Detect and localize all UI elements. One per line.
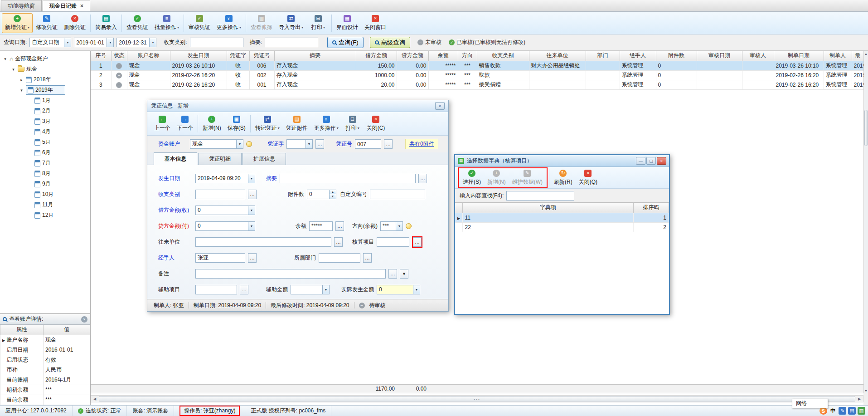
- ellipsis-button[interactable]: …: [363, 253, 372, 263]
- voucher-attachment-button[interactable]: ▤ 凭证附件: [283, 113, 311, 134]
- col-attachments[interactable]: 附件数: [656, 51, 697, 61]
- tree-month-item[interactable]: 5月: [0, 137, 90, 147]
- ellipsis-button[interactable]: …: [384, 139, 393, 149]
- search-button[interactable]: 查询(F): [327, 37, 364, 48]
- step-down-icon[interactable]: ▼: [330, 194, 336, 199]
- col-seq[interactable]: 序号: [91, 51, 111, 61]
- chevron-down-icon[interactable]: ▼: [413, 285, 420, 294]
- dialog-close-button[interactable]: × 关闭(C): [364, 113, 388, 134]
- tree-month-item[interactable]: 8月: [0, 168, 90, 179]
- chevron-down-icon[interactable]: ▼: [322, 285, 329, 294]
- col-voucher-no[interactable]: 凭证号: [249, 51, 274, 61]
- close-icon[interactable]: ×: [435, 102, 445, 110]
- chevron-down-icon[interactable]: ▼: [248, 206, 255, 215]
- ellipsis-button[interactable]: …: [335, 221, 344, 231]
- tree-month-item[interactable]: 4月: [0, 127, 90, 137]
- attachment-count-link[interactable]: 共有0附件: [405, 139, 438, 149]
- remark-input[interactable]: [195, 269, 386, 279]
- col-direction[interactable]: 方向: [458, 51, 477, 61]
- attach-count-stepper[interactable]: 0 ▲▼: [307, 190, 336, 199]
- col-status[interactable]: 状态: [111, 51, 127, 61]
- step-up-icon[interactable]: ▲: [330, 190, 336, 195]
- journal-row[interactable]: 2 – 现金 2019-02-26 16:20 收 002 存入现金 1000.…: [91, 70, 863, 80]
- journal-row[interactable]: 3 – 现金 2019-02-26 16:20 收 001 存入现金 20.00…: [91, 80, 863, 89]
- col-account[interactable]: 账户名称: [127, 51, 170, 61]
- department-input[interactable]: [319, 253, 360, 263]
- balance-input[interactable]: *****: [309, 221, 333, 231]
- keyboard-icon[interactable]: ▤: [848, 407, 856, 415]
- clipboard-icon[interactable]: ▥: [858, 407, 865, 415]
- voucher-dialog-titlebar[interactable]: 凭证信息 - 新增 ×: [147, 100, 448, 112]
- chevron-down-icon[interactable]: ▼: [64, 38, 71, 47]
- dict-col-sort[interactable]: 排序码: [634, 203, 669, 213]
- dictionary-row[interactable]: ▶ 22 2: [455, 222, 669, 232]
- col-modified[interactable]: 最: [852, 51, 863, 61]
- tree-month-item[interactable]: 11月: [0, 200, 90, 210]
- accounting-item-input[interactable]: [377, 237, 409, 247]
- close-icon[interactable]: ×: [80, 3, 83, 9]
- chevron-down-icon[interactable]: ▼: [305, 140, 312, 148]
- ellipsis-button[interactable]: …: [334, 237, 343, 247]
- chevron-down-icon[interactable]: ▼: [107, 38, 113, 47]
- detail-row[interactable]: ▶启用日期 2016-01-01: [0, 345, 90, 355]
- tree-month-item[interactable]: 2月: [0, 106, 90, 116]
- scroll-right-icon[interactable]: ▶: [856, 396, 863, 402]
- detail-row[interactable]: ▶当前余额 ***: [0, 395, 90, 405]
- custom-no-input[interactable]: [370, 190, 425, 199]
- tab-extended-info[interactable]: 扩展信息: [242, 153, 286, 165]
- ellipsis-button[interactable]: …: [388, 269, 397, 279]
- col-credit[interactable]: 贷方金额: [397, 51, 428, 61]
- print-button[interactable]: ⊟ 打印▾: [306, 13, 330, 33]
- close-icon[interactable]: ×: [81, 316, 87, 323]
- prev-button[interactable]: ← 上一个: [151, 113, 174, 134]
- direction-combo[interactable]: ***▼: [380, 221, 403, 231]
- voucher-no-input[interactable]: 007: [355, 139, 381, 149]
- ellipsis-button[interactable]: …: [248, 190, 257, 199]
- pen-icon[interactable]: ✎: [839, 407, 846, 415]
- tree-month-item[interactable]: 12月: [0, 210, 90, 220]
- tree-month-item[interactable]: 10月: [0, 189, 90, 200]
- chevron-down-icon[interactable]: ▼: [248, 222, 255, 230]
- col-handler[interactable]: 经手人: [620, 51, 656, 61]
- col-counterparty[interactable]: 往来单位: [529, 51, 586, 61]
- col-department[interactable]: 部门: [586, 51, 620, 61]
- col-audit-date[interactable]: 审核日期: [697, 51, 742, 61]
- tree-month-item[interactable]: 3月: [0, 116, 90, 127]
- save-button[interactable]: ▣ 保存(S): [224, 113, 249, 134]
- scroll-left-icon[interactable]: ◀: [91, 396, 98, 402]
- view-books-button[interactable]: ▥ 查看账簿: [247, 13, 276, 33]
- col-creator[interactable]: 制单人: [824, 51, 852, 61]
- counterparty-input[interactable]: [195, 237, 331, 247]
- scrollbar-thumb[interactable]: •••: [99, 396, 855, 401]
- tree-month-item[interactable]: 9月: [0, 179, 90, 189]
- scroll-down-icon[interactable]: ▼: [864, 388, 868, 393]
- close-window-button[interactable]: × 关闭窗口: [361, 13, 389, 33]
- detail-row[interactable]: ▶启用状态 有效: [0, 355, 90, 365]
- tree-item-year-2019[interactable]: ▾ 2019年: [0, 85, 90, 95]
- vertical-scrollbar[interactable]: ▲ ▼: [863, 51, 868, 393]
- col-summary[interactable]: 摘要: [274, 51, 356, 61]
- detail-row[interactable]: ▶期初余额 ***: [0, 385, 90, 395]
- dictionary-search-input[interactable]: [506, 191, 574, 201]
- col-auditor[interactable]: 审核人: [742, 51, 774, 61]
- chevron-down-icon[interactable]: ▾: [400, 269, 408, 279]
- scrollbar-thumb[interactable]: [864, 110, 868, 146]
- aux-amount-combo[interactable]: ▼: [291, 285, 330, 294]
- transfer-voucher-button[interactable]: ⇄ 转记凭证▾: [252, 113, 283, 134]
- dialog-new-button[interactable]: + 新增(N): [199, 113, 224, 134]
- dictionary-row[interactable]: ▶ 11 1: [455, 213, 669, 222]
- close-icon[interactable]: ×: [657, 157, 666, 165]
- debit-amount-combo[interactable]: 0▼: [195, 206, 255, 215]
- tab-voucher-detail[interactable]: 凭证明细: [198, 153, 242, 165]
- minimize-icon[interactable]: —: [636, 157, 645, 165]
- more-ops-button[interactable]: » 更多操作▾: [213, 13, 244, 33]
- journal-row[interactable]: 1 – 现金 2019-03-26 10:10 收 006 存入现金 150.0…: [91, 61, 863, 70]
- ellipsis-button[interactable]: …: [418, 174, 427, 183]
- simple-entry-button[interactable]: ▤ 简易录入: [92, 13, 120, 33]
- dialog-print-button[interactable]: ⊟ 打印▾: [342, 113, 364, 134]
- col-debit[interactable]: 借方金额: [356, 51, 397, 61]
- horizontal-scrollbar[interactable]: ◀ ••• ▶: [91, 395, 863, 402]
- select-button[interactable]: ✓ 选择(S): [460, 168, 484, 187]
- category-input[interactable]: [190, 38, 243, 47]
- fund-account-combo[interactable]: 现金▼: [190, 139, 243, 149]
